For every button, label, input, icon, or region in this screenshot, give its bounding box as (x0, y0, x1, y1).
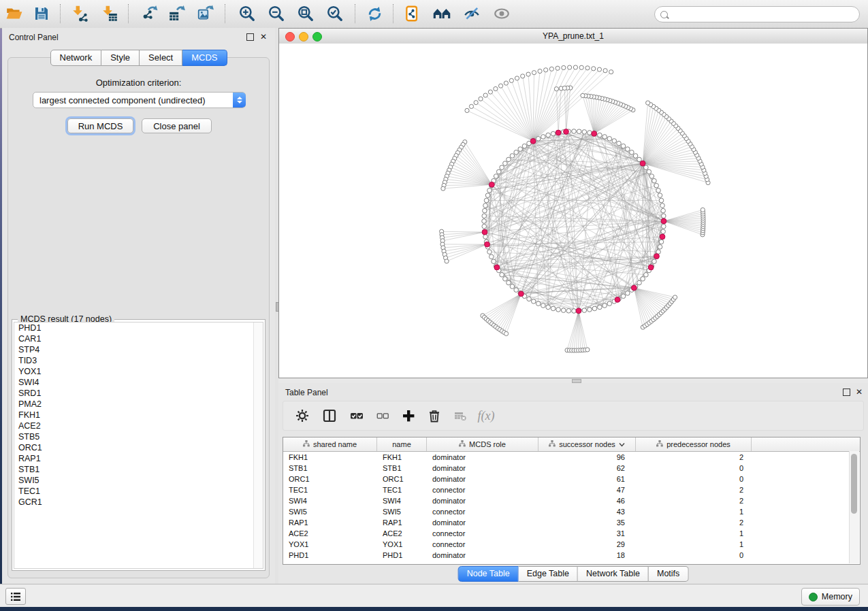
export-image-button[interactable] (194, 3, 217, 24)
network-node[interactable] (541, 303, 546, 308)
network-node[interactable] (503, 161, 508, 166)
network-leaf-node[interactable] (556, 66, 560, 70)
network-node[interactable] (485, 193, 490, 198)
network-node[interactable] (612, 139, 617, 144)
network-node[interactable] (551, 131, 556, 136)
network-node[interactable] (626, 291, 630, 296)
network-leaf-node[interactable] (554, 87, 558, 91)
network-graph[interactable] (279, 44, 867, 378)
network-node[interactable] (644, 165, 649, 170)
list-item[interactable]: SWI5 (14, 475, 263, 486)
run-mcds-button[interactable]: Run MCDS (67, 118, 133, 133)
network-leaf-node[interactable] (515, 76, 519, 80)
table-cell[interactable]: ACE2 (283, 528, 377, 539)
table-cell[interactable]: 2 (636, 484, 752, 495)
table-cell[interactable]: 2 (636, 452, 752, 463)
table-cell[interactable]: 35 (539, 517, 636, 528)
network-leaf-node[interactable] (701, 208, 705, 212)
table-cell[interactable]: dominator (427, 474, 539, 484)
zoom-out-button[interactable] (265, 3, 288, 24)
table-cell[interactable]: 2 (636, 517, 752, 528)
network-node[interactable] (592, 306, 597, 311)
network-leaf-node[interactable] (494, 86, 498, 90)
network-node[interactable] (582, 130, 587, 135)
list-item[interactable]: RAP1 (14, 453, 263, 464)
mcds-hub-node[interactable] (482, 229, 487, 235)
network-node[interactable] (518, 147, 523, 152)
table-cell[interactable]: 61 (539, 474, 636, 484)
table-row[interactable]: ORC1ORC1dominator610 (283, 474, 860, 484)
deselect-all-columns-button[interactable] (372, 405, 393, 427)
network-node[interactable] (572, 129, 577, 134)
table-cell[interactable]: ORC1 (283, 474, 377, 484)
table-cell[interactable]: dominator (427, 463, 539, 474)
criterion-select[interactable]: largest connected component (undirected) (33, 92, 246, 108)
column-header-successor-nodes[interactable]: successor nodes (539, 437, 636, 451)
import-network-button[interactable] (68, 3, 91, 24)
network-leaf-node[interactable] (544, 68, 548, 72)
mcds-hub-node[interactable] (564, 129, 569, 135)
table-cell[interactable]: PHD1 (283, 550, 377, 561)
network-node[interactable] (630, 150, 634, 155)
network-titlebar[interactable]: YPA_prune.txt_1 (279, 29, 867, 44)
network-leaf-node[interactable] (488, 90, 492, 94)
network-node[interactable] (500, 273, 504, 278)
network-leaf-node[interactable] (568, 65, 572, 69)
close-panel-icon[interactable]: ✕ (856, 387, 863, 397)
network-node[interactable] (637, 157, 642, 162)
network-node[interactable] (652, 178, 657, 183)
network-node[interactable] (649, 174, 654, 179)
network-node[interactable] (487, 250, 492, 254)
zoom-fit-button[interactable] (294, 3, 317, 24)
network-node[interactable] (514, 288, 519, 293)
list-item[interactable]: SWI4 (14, 377, 263, 388)
network-leaf-node[interactable] (597, 67, 601, 71)
list-item[interactable]: FKH1 (14, 410, 263, 420)
network-leaf-node[interactable] (532, 71, 536, 75)
table-cell[interactable]: RAP1 (283, 517, 377, 528)
tab-edge-table[interactable]: Edge Table (519, 566, 578, 582)
network-leaf-node[interactable] (445, 259, 449, 263)
network-leaf-node[interactable] (581, 93, 585, 97)
network-node[interactable] (492, 259, 496, 264)
list-item[interactable]: PMA2 (14, 399, 263, 410)
table-cell[interactable]: FKH1 (283, 452, 377, 463)
save-session-button[interactable] (30, 3, 53, 24)
float-panel-icon[interactable] (843, 389, 850, 396)
mcds-hub-node[interactable] (631, 285, 637, 291)
table-cell[interactable]: RAP1 (377, 517, 427, 528)
network-node[interactable] (621, 144, 626, 148)
show-all-button[interactable] (490, 3, 513, 24)
mcds-hub-node[interactable] (556, 130, 561, 135)
network-node[interactable] (621, 294, 626, 299)
table-cell[interactable]: dominator (427, 517, 539, 528)
network-node[interactable] (661, 214, 666, 218)
network-node[interactable] (489, 254, 494, 259)
table-row[interactable]: STB1STB1dominator620 (283, 463, 860, 474)
network-node[interactable] (641, 277, 645, 282)
network-node[interactable] (617, 141, 622, 146)
horizontal-splitter[interactable] (278, 378, 868, 383)
network-leaf-node[interactable] (538, 69, 542, 73)
network-leaf-node[interactable] (609, 70, 613, 74)
mcds-result-list[interactable]: PHD1CAR1STP4TID3YOX1SWI4SRD1PMA2FKH1ACE2… (14, 322, 263, 569)
network-node[interactable] (483, 235, 488, 240)
network-node[interactable] (659, 240, 664, 244)
table-cell[interactable]: 46 (539, 495, 636, 506)
column-header-shared-name[interactable]: shared name (283, 437, 377, 451)
mcds-hub-node[interactable] (654, 254, 660, 259)
network-node[interactable] (577, 129, 581, 134)
tab-style[interactable]: Style (101, 50, 140, 66)
table-cell[interactable]: connector (427, 484, 539, 495)
network-node[interactable] (482, 224, 487, 229)
table-row[interactable]: FKH1FKH1dominator962 (283, 452, 860, 463)
mcds-hub-node[interactable] (660, 234, 665, 240)
function-builder-button[interactable]: f(x) (475, 405, 497, 427)
table-cell[interactable]: PHD1 (377, 550, 427, 561)
new-network-from-selection-button[interactable] (401, 3, 424, 24)
table-row[interactable]: YOX1YOX1connector291 (283, 539, 860, 550)
table-cell[interactable]: ORC1 (377, 474, 427, 484)
list-item[interactable]: CAR1 (14, 333, 263, 344)
network-node[interactable] (607, 136, 612, 141)
network-node[interactable] (588, 131, 592, 135)
